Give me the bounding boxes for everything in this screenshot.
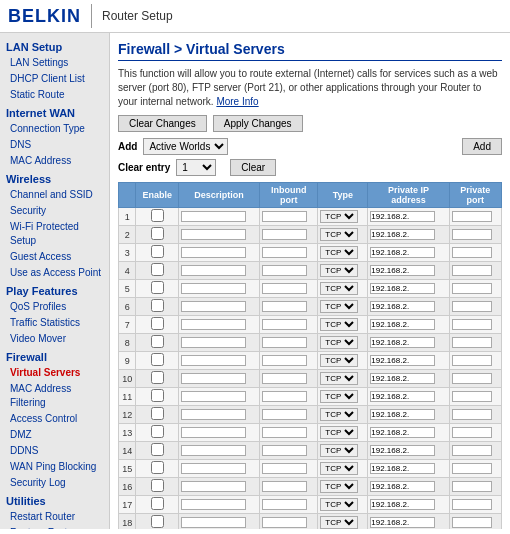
- private-ip-input[interactable]: [370, 391, 435, 402]
- private-port-input[interactable]: [452, 373, 492, 384]
- private-port-input[interactable]: [452, 355, 492, 366]
- private-ip-input[interactable]: [370, 355, 435, 366]
- inbound-port-input[interactable]: [262, 481, 307, 492]
- inbound-port-input[interactable]: [262, 247, 307, 258]
- description-input[interactable]: [181, 445, 246, 456]
- private-port-input[interactable]: [452, 391, 492, 402]
- enable-checkbox[interactable]: [151, 497, 164, 510]
- clear-button[interactable]: Clear: [230, 159, 276, 176]
- enable-checkbox[interactable]: [151, 263, 164, 276]
- private-port-input[interactable]: [452, 283, 492, 294]
- type-select[interactable]: TCPUDPBoth: [320, 354, 358, 367]
- sidebar-item[interactable]: WAN Ping Blocking: [0, 459, 109, 475]
- private-port-input[interactable]: [452, 517, 492, 528]
- private-port-input[interactable]: [452, 337, 492, 348]
- description-input[interactable]: [181, 229, 246, 240]
- inbound-port-input[interactable]: [262, 319, 307, 330]
- inbound-port-input[interactable]: [262, 283, 307, 294]
- sidebar-item[interactable]: MAC Address Filtering: [0, 381, 109, 411]
- enable-checkbox[interactable]: [151, 461, 164, 474]
- sidebar-item[interactable]: Channel and SSID: [0, 187, 109, 203]
- private-port-input[interactable]: [452, 265, 492, 276]
- inbound-port-input[interactable]: [262, 409, 307, 420]
- enable-checkbox[interactable]: [151, 389, 164, 402]
- inbound-port-input[interactable]: [262, 517, 307, 528]
- private-port-input[interactable]: [452, 211, 492, 222]
- private-port-input[interactable]: [452, 463, 492, 474]
- clear-entry-select[interactable]: 1: [176, 159, 216, 176]
- enable-checkbox[interactable]: [151, 371, 164, 384]
- type-select[interactable]: TCPUDPBoth: [320, 300, 358, 313]
- description-input[interactable]: [181, 499, 246, 510]
- description-input[interactable]: [181, 427, 246, 438]
- enable-checkbox[interactable]: [151, 515, 164, 528]
- description-input[interactable]: [181, 265, 246, 276]
- private-ip-input[interactable]: [370, 409, 435, 420]
- sidebar-item[interactable]: Static Route: [0, 87, 109, 103]
- sidebar-item[interactable]: Security: [0, 203, 109, 219]
- enable-checkbox[interactable]: [151, 299, 164, 312]
- inbound-port-input[interactable]: [262, 229, 307, 240]
- inbound-port-input[interactable]: [262, 391, 307, 402]
- type-select[interactable]: TCPUDPBoth: [320, 372, 358, 385]
- private-ip-input[interactable]: [370, 319, 435, 330]
- enable-checkbox[interactable]: [151, 443, 164, 456]
- enable-checkbox[interactable]: [151, 335, 164, 348]
- more-info-link[interactable]: More Info: [216, 96, 258, 107]
- inbound-port-input[interactable]: [262, 427, 307, 438]
- private-ip-input[interactable]: [370, 283, 435, 294]
- inbound-port-input[interactable]: [262, 211, 307, 222]
- type-select[interactable]: TCPUDPBoth: [320, 516, 358, 529]
- inbound-port-input[interactable]: [262, 373, 307, 384]
- private-ip-input[interactable]: [370, 499, 435, 510]
- private-port-input[interactable]: [452, 247, 492, 258]
- sidebar-item[interactable]: Restart Router: [0, 509, 109, 525]
- private-ip-input[interactable]: [370, 445, 435, 456]
- type-select[interactable]: TCPUDPBoth: [320, 264, 358, 277]
- private-ip-input[interactable]: [370, 301, 435, 312]
- sidebar-item[interactable]: DDNS: [0, 443, 109, 459]
- sidebar-item[interactable]: Use as Access Point: [0, 265, 109, 281]
- type-select[interactable]: TCPUDPBoth: [320, 318, 358, 331]
- type-select[interactable]: TCPUDPBoth: [320, 390, 358, 403]
- sidebar-item[interactable]: Security Log: [0, 475, 109, 491]
- type-select[interactable]: TCPUDPBoth: [320, 246, 358, 259]
- add-select[interactable]: Active Worlds: [143, 138, 228, 155]
- sidebar-item[interactable]: Guest Access: [0, 249, 109, 265]
- enable-checkbox[interactable]: [151, 281, 164, 294]
- type-select[interactable]: TCPUDPBoth: [320, 498, 358, 511]
- add-button[interactable]: Add: [462, 138, 502, 155]
- sidebar-item[interactable]: MAC Address: [0, 153, 109, 169]
- type-select[interactable]: TCPUDPBoth: [320, 210, 358, 223]
- sidebar-item[interactable]: Restore Factory Defaults: [0, 525, 109, 529]
- description-input[interactable]: [181, 301, 246, 312]
- private-ip-input[interactable]: [370, 337, 435, 348]
- private-port-input[interactable]: [452, 229, 492, 240]
- type-select[interactable]: TCPUDPBoth: [320, 444, 358, 457]
- private-port-input[interactable]: [452, 481, 492, 492]
- sidebar-item[interactable]: Wi-Fi Protected Setup: [0, 219, 109, 249]
- enable-checkbox[interactable]: [151, 407, 164, 420]
- description-input[interactable]: [181, 337, 246, 348]
- inbound-port-input[interactable]: [262, 355, 307, 366]
- sidebar-item[interactable]: Virtual Servers: [0, 365, 109, 381]
- private-ip-input[interactable]: [370, 481, 435, 492]
- private-ip-input[interactable]: [370, 229, 435, 240]
- inbound-port-input[interactable]: [262, 265, 307, 276]
- private-port-input[interactable]: [452, 319, 492, 330]
- description-input[interactable]: [181, 481, 246, 492]
- apply-changes-top-button[interactable]: Apply Changes: [213, 115, 303, 132]
- sidebar-item[interactable]: DHCP Client List: [0, 71, 109, 87]
- private-ip-input[interactable]: [370, 265, 435, 276]
- type-select[interactable]: TCPUDPBoth: [320, 228, 358, 241]
- private-port-input[interactable]: [452, 499, 492, 510]
- sidebar-item[interactable]: DNS: [0, 137, 109, 153]
- description-input[interactable]: [181, 283, 246, 294]
- enable-checkbox[interactable]: [151, 479, 164, 492]
- private-ip-input[interactable]: [370, 427, 435, 438]
- type-select[interactable]: TCPUDPBoth: [320, 426, 358, 439]
- description-input[interactable]: [181, 355, 246, 366]
- sidebar-item[interactable]: DMZ: [0, 427, 109, 443]
- private-ip-input[interactable]: [370, 517, 435, 528]
- enable-checkbox[interactable]: [151, 209, 164, 222]
